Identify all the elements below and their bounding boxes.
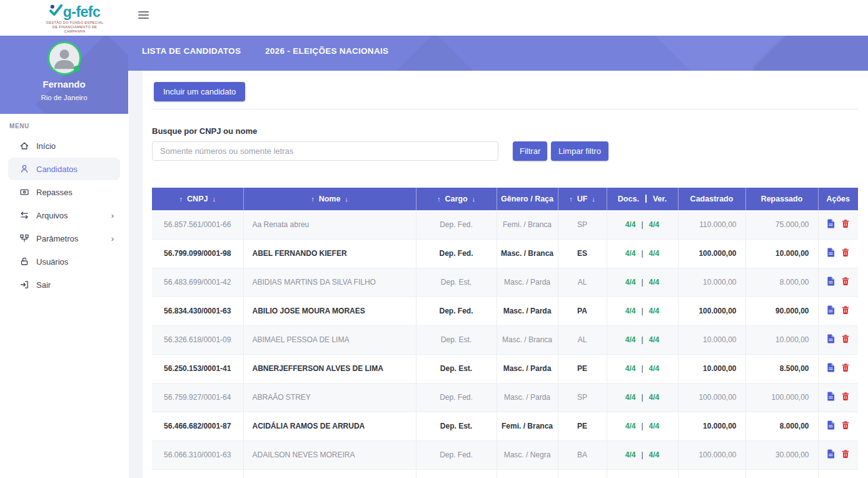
cell-cnpj: 56.483.699/0001-42 (152, 268, 243, 297)
cell-cargo: Dep. Fed. (416, 440, 497, 469)
sort-asc-icon: ↑ (311, 195, 315, 203)
table-row[interactable]: 56.250.153/0001-41 ABNERJEFFERSON ALVES … (152, 354, 858, 383)
document-icon[interactable] (827, 305, 835, 317)
cell-genero-raca: Femi. / Branca (497, 210, 558, 239)
table-row[interactable]: 56.834.430/0001-63 ABILIO JOSE MOURA MOR… (152, 297, 858, 325)
logo-check-icon (49, 4, 63, 19)
header-cnpj[interactable]: ↑CNPJ↓ (152, 188, 243, 210)
cell-docs-ver: 4/4|4/4 (607, 412, 678, 440)
cell-nome: ABIDIAS MARTINS DA SILVA FILHO (243, 268, 416, 297)
cell-cadastrado: 100.000,00 (678, 383, 745, 412)
cell-acoes (818, 354, 858, 383)
document-icon[interactable] (827, 219, 835, 230)
cell-uf: BA (558, 440, 607, 469)
sort-asc-icon: ↑ (569, 195, 573, 203)
search-input[interactable] (152, 141, 498, 161)
cell-cadastrado: 10.000,00 (678, 325, 745, 354)
header-repassado: Repassado (745, 188, 818, 210)
cell-cadastrado: 110.000,00 (678, 210, 745, 239)
delete-icon[interactable] (842, 248, 849, 259)
cell-cadastrado: 100.000,00 (678, 297, 745, 325)
header-uf[interactable]: ↑UF↓ (558, 188, 607, 210)
delete-icon[interactable] (842, 334, 849, 345)
cell-repassado: 8.000,00 (745, 268, 818, 297)
cell-docs-ver: 4/4|4/4 (607, 354, 678, 383)
table-row[interactable]: 56.857.561/0001-66 Aa Renata abreu Dep. … (152, 210, 858, 239)
clear-filter-button[interactable]: Limpar filtro (551, 141, 608, 161)
cell-cargo: Dep. Fed. (416, 383, 497, 412)
document-icon[interactable] (827, 420, 835, 432)
header-cargo[interactable]: ↑Cargo↓ (416, 188, 497, 210)
cell-repassado: 10.000,00 (745, 239, 818, 268)
cell-uf: AL (558, 268, 607, 297)
sidebar-item-arquivos[interactable]: Arquivos › (8, 204, 120, 226)
main-content-card: Incluir um candidato Busque por CNPJ ou … (143, 71, 868, 478)
sidebar: MENU Início Candidatos Repasses Arquivos… (0, 114, 128, 478)
sidebar-item-parametros[interactable]: Parâmetros › (8, 227, 120, 250)
cell-cnpj: 56.759.927/0001-64 (152, 383, 243, 412)
cell-repassado: 90.000,00 (745, 297, 818, 325)
cell-docs-ver: 4/4|4/4 (607, 210, 678, 239)
include-candidate-button[interactable]: Incluir um candidato (154, 82, 245, 101)
delete-icon[interactable] (842, 219, 849, 230)
delete-icon[interactable] (842, 449, 849, 460)
avatar[interactable] (48, 41, 81, 75)
chevron-right-icon: › (111, 234, 114, 243)
table-row[interactable]: 56.326.618/0001-09 ABIMAEL PESSOA DE LIM… (152, 325, 858, 354)
document-icon[interactable] (827, 392, 835, 403)
delete-icon[interactable] (842, 420, 849, 432)
hamburger-menu-icon[interactable] (138, 11, 149, 21)
sitemap-icon (19, 233, 29, 243)
cell-nome: ADAILTON NUNES DE SOUZA (243, 469, 416, 478)
table-header-row: ↑CNPJ↓ ↑Nome↓ ↑Cargo↓ Gênero / Raça ↑UF↓… (152, 188, 858, 210)
chevron-right-icon: › (111, 211, 114, 220)
page-header-band: LISTA DE CANDIDATOS 2026 - ELEIÇÕES NACI… (128, 36, 868, 71)
cell-nome: ADAILSON NEVES MOREIRA (243, 440, 416, 469)
document-icon[interactable] (827, 363, 835, 374)
filter-button[interactable]: Filtrar (513, 141, 547, 161)
cell-cnpj: 56.326.618/0001-09 (152, 325, 243, 354)
sidebar-item-repasses[interactable]: Repasses (8, 181, 120, 203)
header-nome[interactable]: ↑Nome↓ (243, 188, 416, 210)
document-icon[interactable] (827, 277, 835, 288)
cell-cnpj: 56.498.457/0001-44 (152, 469, 243, 478)
document-icon[interactable] (827, 334, 835, 345)
sidebar-item-sair[interactable]: Sair (8, 273, 120, 296)
table-row[interactable]: 56.498.457/0001-44 ADAILTON NUNES DE SOU… (152, 469, 858, 478)
delete-icon[interactable] (842, 277, 849, 288)
menu-section-label: MENU (9, 123, 128, 130)
cell-cargo: Dep. Est. (416, 268, 497, 297)
sort-asc-icon: ↑ (179, 195, 183, 203)
cell-nome: ABIMAEL PESSOA DE LIMA (243, 325, 416, 354)
sidebar-item-candidatos[interactable]: Candidatos (8, 158, 120, 180)
delete-icon[interactable] (842, 305, 849, 317)
user-name: Fernando (0, 79, 128, 89)
cell-genero-raca: Masc. / Parda (497, 354, 558, 383)
cell-cnpj: 56.799.099/0001-98 (152, 239, 243, 268)
header-acoes: Ações (818, 188, 858, 210)
cell-repassado: 8.000,00 (745, 412, 818, 440)
cell-cargo: Dep. Fed. (416, 239, 497, 268)
table-row[interactable]: 56.799.099/0001-98 ABEL FERNANDO KIEFER … (152, 239, 858, 268)
cell-acoes (818, 239, 858, 268)
header-genero-raca: Gênero / Raça (497, 188, 558, 210)
cell-acoes (818, 383, 858, 412)
cell-uf: SP (558, 383, 607, 412)
cell-cargo: Dep. Fed. (416, 297, 497, 325)
app-logo[interactable]: g-fefc GESTÃO DO FUNDO ESPECIAL DE FINAN… (39, 4, 111, 34)
cell-genero-raca: Masc. / Parda (497, 469, 558, 478)
delete-icon[interactable] (842, 392, 849, 403)
delete-icon[interactable] (842, 363, 849, 374)
document-icon[interactable] (827, 449, 835, 460)
cell-cargo: Dep. Est. (416, 412, 497, 440)
table-row[interactable]: 56.483.699/0001-42 ABIDIAS MARTINS DA SI… (152, 268, 858, 297)
table-row[interactable]: 56.759.927/0001-64 ABRAÃO STREY Dep. Fed… (152, 383, 858, 412)
transfer-arrows-icon (19, 210, 29, 220)
scrollbar-track[interactable] (129, 71, 143, 478)
table-row[interactable]: 56.466.682/0001-87 ACIDÁLIA RAMOS DE ARR… (152, 412, 858, 440)
table-row[interactable]: 56.066.310/0001-63 ADAILSON NEVES MOREIR… (152, 440, 858, 469)
cell-docs-ver: 4/4|4/4 (607, 440, 678, 469)
sidebar-item-inicio[interactable]: Início (8, 135, 120, 157)
document-icon[interactable] (827, 248, 835, 259)
sidebar-item-usuarios[interactable]: Usuários (8, 250, 120, 273)
